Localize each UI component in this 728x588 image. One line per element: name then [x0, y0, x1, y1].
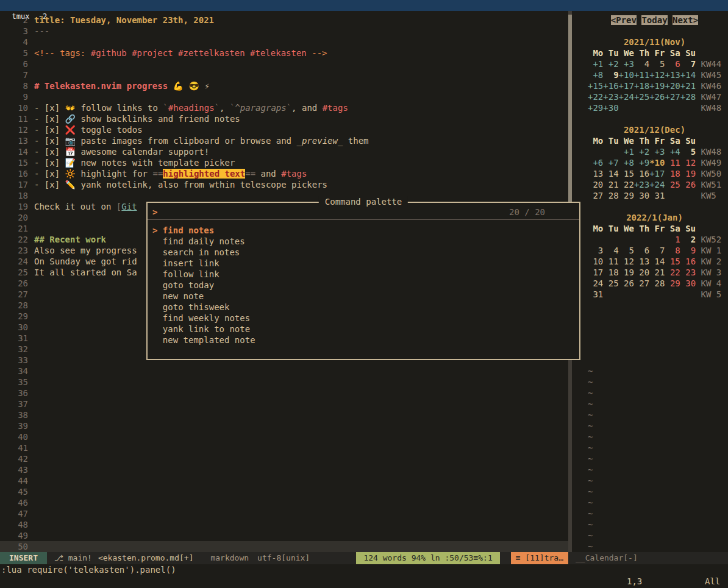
calendar-day[interactable]: +20 — [665, 81, 680, 91]
editor-line[interactable]: 36 — [0, 388, 568, 398]
editor-line[interactable]: 48 — [0, 519, 568, 530]
editor-line[interactable]: 6 — [0, 58, 568, 69]
calendar-day[interactable]: 30 — [680, 278, 696, 288]
calendar-day[interactable]: +30 — [603, 103, 618, 113]
palette-item[interactable]: search in notes — [152, 247, 574, 258]
calendar-day[interactable]: 18 — [665, 169, 680, 179]
editor-line[interactable]: 2title: Tuesday, November 23th, 2021 — [0, 15, 568, 26]
calendar-day[interactable]: +21 — [680, 81, 696, 91]
calendar-day[interactable]: +13 — [665, 70, 680, 80]
calendar-day[interactable]: +6 — [588, 158, 603, 168]
calendar-day[interactable]: +14 — [680, 70, 696, 80]
calendar-day[interactable]: +8 — [588, 70, 603, 80]
calendar-day[interactable]: +11 — [634, 70, 649, 80]
editor-line[interactable]: 14- [x] 📅 awesome calendar support! — [0, 146, 568, 157]
editor-line[interactable]: 45 — [0, 486, 568, 497]
calendar-day[interactable]: 24 — [588, 278, 603, 288]
calendar-day[interactable]: +23 — [603, 92, 618, 102]
palette-item[interactable]: new note — [152, 291, 574, 302]
command-palette-prompt-row[interactable]: > 20 / 20 — [148, 207, 579, 218]
editor-line[interactable]: 39 — [0, 420, 568, 431]
calendar-day[interactable]: 15 — [665, 257, 680, 266]
editor-line[interactable]: 10- [x] 👐 follow links to `#headings`, `… — [0, 102, 568, 113]
editor-line[interactable]: 13- [x] 📷 paste images from clipboard or… — [0, 135, 568, 146]
palette-item[interactable]: yank link to note — [152, 324, 574, 335]
calendar-day[interactable]: 16 — [634, 169, 649, 179]
editor-line[interactable]: 3--- — [0, 26, 568, 37]
calendar-day[interactable]: +22 — [588, 92, 603, 102]
calendar-day[interactable]: 17 — [588, 267, 603, 277]
calendar-day[interactable]: 14 — [603, 169, 618, 179]
calendar-day[interactable]: +24 — [619, 92, 634, 102]
calendar-day[interactable]: +24 — [649, 180, 665, 190]
editor-line[interactable]: 17- [x] ✏️ yank notelink, also from wthi… — [0, 179, 568, 190]
calendar-day[interactable]: 4 — [603, 246, 618, 255]
editor-line[interactable]: 47 — [0, 508, 568, 519]
palette-item[interactable]: insert link — [152, 258, 574, 269]
calendar-day[interactable]: +15 — [588, 81, 603, 91]
calendar-day[interactable]: 31 — [588, 289, 603, 299]
calendar-day[interactable]: +7 — [603, 158, 618, 168]
calendar-day[interactable]: 20 — [588, 180, 603, 190]
calendar-day[interactable]: 13 — [588, 169, 603, 179]
palette-item[interactable]: > find notes — [152, 225, 574, 236]
calendar-day[interactable]: 6 — [634, 246, 649, 255]
calendar-day[interactable]: 26 — [619, 278, 634, 288]
calendar-day[interactable]: 9 — [680, 246, 696, 255]
calendar-day[interactable]: +12 — [649, 70, 665, 80]
editor-line[interactable]: 43 — [0, 464, 568, 475]
calendar-day[interactable]: +25 — [634, 92, 649, 102]
calendar-day[interactable]: +18 — [634, 81, 649, 91]
calendar-day[interactable]: 11 — [603, 257, 618, 266]
editor-line[interactable]: 11- [x] 🔗 show backlinks and friend note… — [0, 113, 568, 124]
calendar-day[interactable]: +17 — [619, 81, 634, 91]
calendar-day[interactable]: 18 — [603, 267, 618, 277]
calendar-day[interactable]: +29 — [588, 103, 603, 113]
calendar-day[interactable]: +9 — [634, 158, 649, 168]
editor-line[interactable]: 5<!-- tags: #github #project #zettelkast… — [0, 48, 568, 58]
palette-item[interactable]: follow link — [152, 269, 574, 280]
calendar-day[interactable]: 10 — [588, 257, 603, 266]
calendar-day[interactable]: 27 — [634, 278, 649, 288]
calendar-day[interactable]: 7 — [649, 246, 665, 255]
calendar-today-button[interactable]: Today — [641, 15, 667, 25]
calendar-day[interactable]: +1 — [588, 59, 603, 69]
calendar-day[interactable]: 1 — [665, 235, 680, 244]
calendar-day[interactable]: 5 — [619, 246, 634, 255]
calendar-next-button[interactable]: Next> — [673, 15, 698, 25]
calendar-day[interactable]: 12 — [680, 158, 696, 168]
editor-line[interactable]: 46 — [0, 497, 568, 508]
calendar-day[interactable]: +4 — [665, 147, 680, 157]
calendar-day[interactable]: 4 — [634, 59, 649, 69]
calendar-day[interactable]: +2 — [634, 147, 649, 157]
calendar-day[interactable]: 5 — [649, 59, 665, 69]
editor-line[interactable]: 4 — [0, 37, 568, 48]
calendar-day[interactable]: 19 — [680, 169, 696, 179]
calendar-day[interactable]: 14 — [649, 257, 665, 266]
command-line[interactable]: :lua require('telekasten').panel() — [0, 564, 176, 575]
calendar-day[interactable]: 22 — [619, 180, 634, 190]
editor-line[interactable]: 15- [x] 📝 new notes with template picker — [0, 157, 568, 168]
calendar-day[interactable]: 21 — [649, 267, 665, 277]
calendar-prev-button[interactable]: <Prev — [611, 15, 637, 25]
editor-line[interactable]: 40 — [0, 431, 568, 442]
calendar-day[interactable]: +23 — [634, 180, 649, 190]
editor-line[interactable]: 16- [x] 🔆 highlight for ==highlighted te… — [0, 168, 568, 179]
calendar-day[interactable]: +2 — [603, 59, 618, 69]
calendar-day[interactable]: 12 — [619, 257, 634, 266]
calendar-day[interactable]: 28 — [649, 278, 665, 288]
prompt-caret[interactable]: > — [152, 207, 509, 218]
editor-line[interactable]: 44 — [0, 475, 568, 486]
calendar-day[interactable]: +16 — [603, 81, 618, 91]
calendar-day[interactable]: 7 — [680, 59, 696, 69]
calendar-day[interactable]: +17 — [649, 169, 665, 179]
calendar-day[interactable]: 2 — [680, 235, 696, 244]
editor-line[interactable]: 7 — [0, 69, 568, 80]
calendar-day[interactable]: 16 — [680, 257, 696, 266]
editor-line[interactable]: 41 — [0, 442, 568, 453]
editor-line[interactable]: 12- [x] ❌ toggle todos — [0, 124, 568, 135]
calendar-day[interactable]: 28 — [603, 191, 618, 200]
editor-line[interactable]: 34 — [0, 366, 568, 377]
calendar-day[interactable]: 29 — [619, 191, 634, 200]
calendar-day[interactable]: 9 — [603, 70, 618, 80]
